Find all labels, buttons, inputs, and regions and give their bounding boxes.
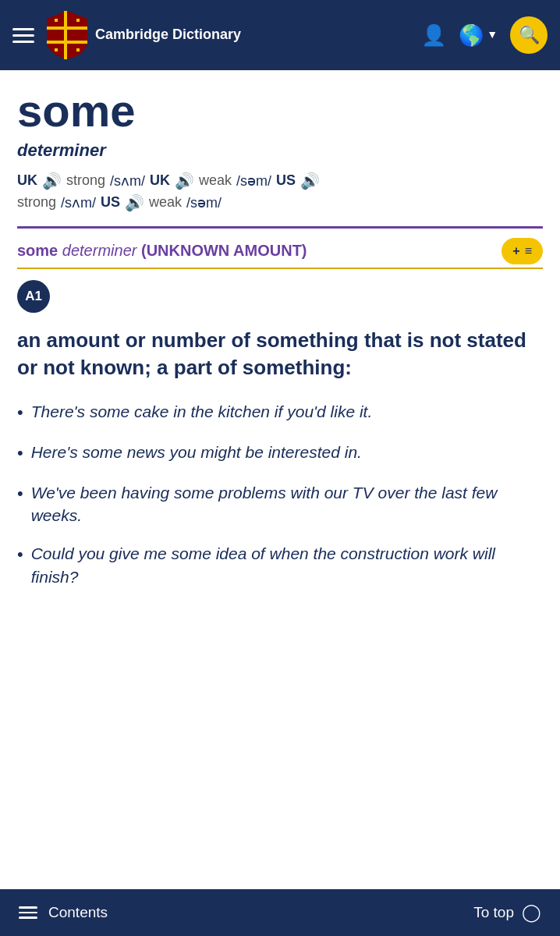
uk-weak-label: weak — [199, 172, 232, 189]
plus-icon: + — [512, 244, 519, 258]
bottom-bar: Contents To top ◯ — [0, 889, 560, 936]
examples-list: There's some cake in the kitchen if you'… — [17, 400, 543, 588]
example-text-2: Here's some news you might be interested… — [31, 441, 362, 463]
word-title: some — [17, 86, 543, 136]
contents-label: Contents — [48, 904, 108, 921]
header-right: 👤 🌎 ▼ 🔍 — [421, 16, 548, 54]
svg-rect-4 — [76, 19, 80, 22]
header: Cambridge Dictionary 👤 🌎 ▼ 🔍 — [0, 0, 560, 70]
list-icon: ≡ — [525, 244, 532, 258]
example-item: Could you give me some idea of when the … — [17, 542, 543, 588]
us-strong-label: strong — [17, 194, 56, 211]
globe-language-selector[interactable]: 🌎 ▼ — [459, 23, 498, 48]
add-to-wordlist-button[interactable]: + ≡ — [502, 238, 543, 264]
uk-strong-label: strong — [66, 172, 105, 189]
totop-icon[interactable]: ◯ — [522, 902, 541, 923]
sense-label: (UNKNOWN AMOUNT) — [141, 242, 307, 259]
bottom-hamburger-icon[interactable] — [19, 906, 37, 919]
svg-rect-3 — [55, 19, 58, 22]
uk-label-1: UK — [17, 172, 37, 189]
example-text-4: Could you give me some idea of when the … — [31, 542, 543, 588]
us-weak-label: weak — [149, 194, 182, 211]
cambridge-shield-icon — [47, 11, 87, 59]
uk-speaker-icon-2[interactable]: 🔊 — [175, 172, 194, 190]
uk-weak-ipa: /səm/ — [236, 172, 271, 190]
example-text-3: We've been having some problems with our… — [31, 481, 543, 527]
bottom-right[interactable]: To top ◯ — [473, 902, 541, 923]
uk-strong-ipa: /sʌm/ — [110, 172, 145, 190]
bottom-left[interactable]: Contents — [19, 904, 108, 921]
example-item: Here's some news you might be interested… — [17, 441, 543, 466]
example-text-1: There's some cake in the kitchen if you'… — [31, 400, 373, 423]
level-badge: A1 — [17, 280, 50, 313]
chevron-down-icon: ▼ — [487, 29, 498, 41]
uk-speaker-icon-1[interactable]: 🔊 — [42, 172, 62, 190]
header-left: Cambridge Dictionary — [12, 11, 241, 59]
example-item: There's some cake in the kitchen if you'… — [17, 400, 543, 425]
search-icon: 🔍 — [519, 25, 540, 45]
sense-header: some determiner (UNKNOWN AMOUNT) + ≡ — [17, 229, 543, 269]
us-speaker-icon-1[interactable]: 🔊 — [300, 172, 320, 190]
svg-rect-5 — [55, 48, 58, 51]
svg-rect-6 — [76, 48, 80, 51]
word-pos: determiner — [17, 140, 543, 161]
example-item: We've been having some problems with our… — [17, 481, 543, 527]
uk-label-2: UK — [150, 172, 170, 189]
us-label-1: US — [276, 172, 296, 189]
totop-label: To top — [473, 904, 514, 921]
user-icon[interactable]: 👤 — [421, 23, 446, 48]
sense-word: some — [17, 242, 58, 259]
sense-title: some determiner (UNKNOWN AMOUNT) — [17, 242, 307, 260]
logo-container[interactable]: Cambridge Dictionary — [47, 11, 241, 59]
definition-text: an amount or number of something that is… — [17, 327, 543, 381]
us-weak-ipa: /səm/ — [186, 194, 222, 211]
globe-icon: 🌎 — [459, 23, 484, 48]
hamburger-menu-icon[interactable] — [12, 28, 34, 43]
us-strong-ipa: /sʌm/ — [61, 194, 96, 211]
us-speaker-icon-2[interactable]: 🔊 — [125, 193, 144, 212]
main-content: some determiner UK 🔊 strong /sʌm/ UK 🔊 w… — [0, 70, 560, 682]
svg-rect-2 — [64, 11, 67, 59]
app-name: Cambridge Dictionary — [95, 27, 241, 44]
pronunciation-row-1: UK 🔊 strong /sʌm/ UK 🔊 weak /səm/ US 🔊 — [17, 172, 543, 190]
search-button[interactable]: 🔍 — [510, 16, 548, 54]
sense-pos: determiner — [62, 242, 137, 259]
us-label-2: US — [101, 194, 120, 211]
pronunciation-row-2: strong /sʌm/ US 🔊 weak /səm/ — [17, 193, 543, 212]
